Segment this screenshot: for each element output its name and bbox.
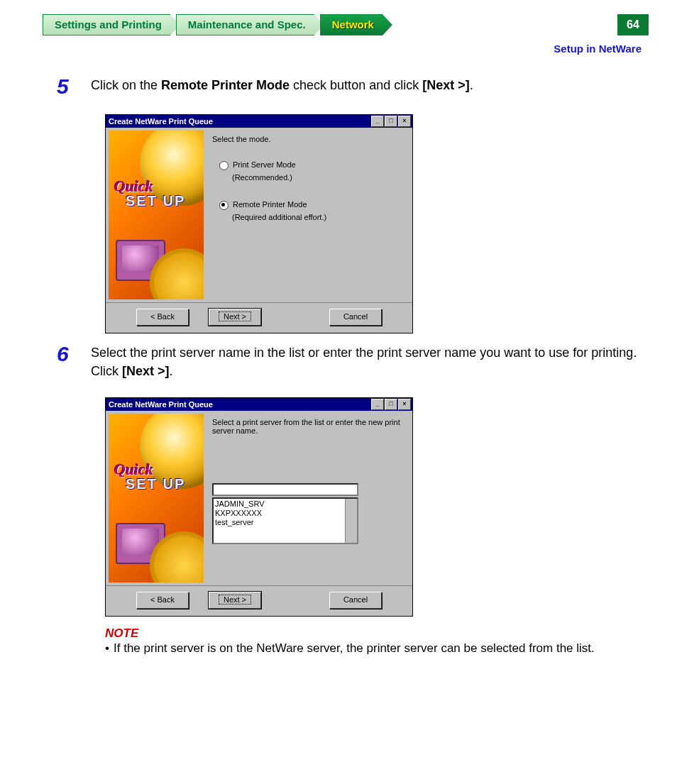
wizard-sidebar-graphic: Quick SET UP xyxy=(109,414,204,583)
text: . xyxy=(470,78,473,92)
list-item[interactable]: test_server xyxy=(215,518,356,527)
step-5: 5 Click on the Remote Printer Mode check… xyxy=(57,76,649,97)
window-buttons: _ □ × xyxy=(370,116,411,127)
note-heading: NOTE xyxy=(105,626,649,641)
step-6: 6 Select the print server name in the li… xyxy=(57,343,649,380)
step-text: Select the print server name in the list… xyxy=(91,343,649,380)
dialog-select-mode: Create NetWare Print Queue _ □ × Quick S… xyxy=(105,114,413,333)
step-number: 5 xyxy=(57,76,91,97)
text-bold: [Next >] xyxy=(122,364,170,378)
close-icon[interactable]: × xyxy=(398,399,411,410)
server-name-input[interactable] xyxy=(212,483,358,496)
radio-sublabel: (Required additional effort.) xyxy=(232,213,404,221)
radio-label: Remote Printer Mode xyxy=(233,200,307,209)
list-item[interactable]: KXPXXXXXX xyxy=(215,509,356,518)
back-button[interactable]: < Back xyxy=(136,309,189,326)
close-icon[interactable]: × xyxy=(398,116,411,127)
server-listbox[interactable]: JADMIN_SRV KXPXXXXXX test_server xyxy=(212,497,358,544)
scrollbar[interactable] xyxy=(345,499,357,543)
radio-icon xyxy=(219,161,229,170)
wizard-sidebar-graphic: Quick SET UP xyxy=(109,131,204,299)
text: Click on the xyxy=(91,78,161,92)
tab-settings[interactable]: Settings and Printing xyxy=(43,14,180,35)
radio-icon xyxy=(219,201,229,210)
bullet-icon: • xyxy=(105,641,114,657)
minimize-icon[interactable]: _ xyxy=(371,399,384,410)
document-page: Settings and Printing Maintenance and Sp… xyxy=(0,0,677,685)
radio-remote-printer-mode[interactable]: Remote Printer Mode xyxy=(219,200,404,210)
text: check button and click xyxy=(290,78,422,92)
dialog-select-print-server: Create NetWare Print Queue _ □ × Quick S… xyxy=(105,397,413,617)
breadcrumb: Setup in NetWare xyxy=(28,43,642,55)
text-bold: [Next >] xyxy=(422,78,470,92)
prompt-text: Select a print server from the list or e… xyxy=(212,418,404,435)
back-button[interactable]: < Back xyxy=(136,592,189,609)
button-label: Next > xyxy=(219,311,251,321)
dialog-body: Quick SET UP Select a print server from … xyxy=(106,411,412,585)
titlebar: Create NetWare Print Queue _ □ × xyxy=(106,115,412,128)
step-text: Click on the Remote Printer Mode check b… xyxy=(91,76,649,97)
radio-label: Print Server Mode xyxy=(233,160,296,169)
dialog-button-bar: < Back Next > Cancel xyxy=(106,585,412,616)
radio-sublabel: (Recommended.) xyxy=(232,173,404,182)
tab-row: Settings and Printing Maintenance and Sp… xyxy=(43,14,649,35)
minimize-icon[interactable]: _ xyxy=(371,116,384,127)
maximize-icon[interactable]: □ xyxy=(385,116,397,127)
maximize-icon[interactable]: □ xyxy=(385,399,397,410)
next-button[interactable]: Next > xyxy=(209,592,261,609)
text: . xyxy=(170,364,173,378)
dialog-title: Create NetWare Print Queue xyxy=(109,400,370,409)
next-button[interactable]: Next > xyxy=(209,309,261,326)
button-label: Next > xyxy=(219,595,251,604)
dialog-button-bar: < Back Next > Cancel xyxy=(106,302,412,333)
sidebar-text-setup: SET UP xyxy=(126,476,185,492)
dialog-title: Create NetWare Print Queue xyxy=(109,117,370,126)
titlebar: Create NetWare Print Queue _ □ × xyxy=(106,398,412,411)
note-text: If the print server is on the NetWare se… xyxy=(114,641,595,655)
dialog-body: Quick SET UP Select the mode. Print Serv… xyxy=(106,128,412,302)
prompt-text: Select the mode. xyxy=(212,135,404,143)
text-bold: Remote Printer Mode xyxy=(161,78,290,92)
dialog-content: Select a print server from the list or e… xyxy=(204,414,409,583)
step-number: 6 xyxy=(57,343,91,380)
cancel-button[interactable]: Cancel xyxy=(329,592,382,609)
note-block: NOTE •If the print server is on the NetW… xyxy=(105,626,649,657)
note-body: •If the print server is on the NetWare s… xyxy=(105,641,649,657)
sidebar-text-setup: SET UP xyxy=(126,193,185,209)
tab-network[interactable]: Network xyxy=(320,14,392,35)
list-item[interactable]: JADMIN_SRV xyxy=(215,499,356,509)
radio-print-server-mode[interactable]: Print Server Mode xyxy=(219,160,404,170)
page-number: 64 xyxy=(617,14,649,35)
tab-maintenance[interactable]: Maintenance and Spec. xyxy=(176,14,324,35)
cancel-button[interactable]: Cancel xyxy=(329,309,382,326)
window-buttons: _ □ × xyxy=(370,399,411,410)
dialog-content: Select the mode. Print Server Mode (Reco… xyxy=(204,131,409,299)
